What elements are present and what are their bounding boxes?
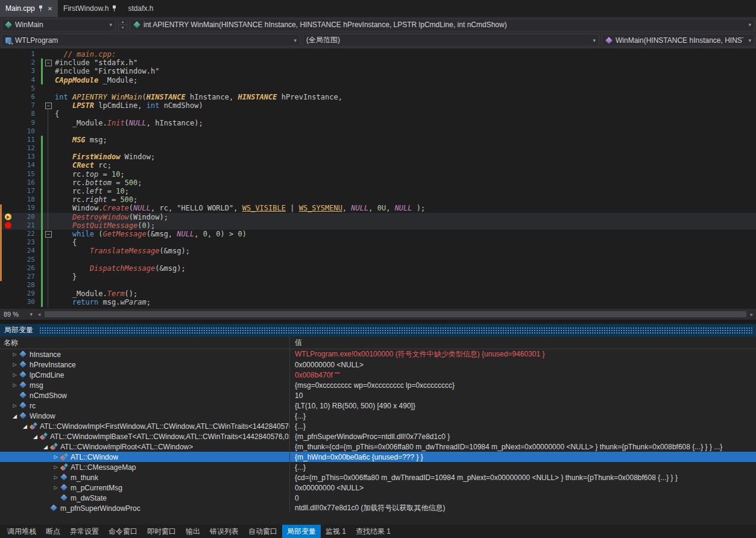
panel-tab[interactable]: 输出 xyxy=(181,525,205,538)
breakpoint-margin[interactable] xyxy=(0,144,17,153)
editor-tab[interactable]: stdafx.h xyxy=(122,0,159,17)
code-line[interactable]: 24 TranslateMessage(&msg); xyxy=(0,247,756,255)
expand-arrow[interactable]: ◢ xyxy=(21,423,29,429)
locals-title-bar[interactable]: 局部变量 xyxy=(0,324,756,337)
locals-row[interactable]: ▷hPrevInstance0x00000000 <NULL> xyxy=(0,359,756,370)
locals-row[interactable]: ▷m_thunk{cd={m_pThis=0x006ffa80 m_dwThre… xyxy=(0,472,756,483)
locals-row[interactable]: ▷msg{msg=0xcccccccc wp=0xcccccccc lp=0xc… xyxy=(0,380,756,390)
code-line[interactable]: 13 FirstWindow Window; xyxy=(0,153,756,161)
fold-margin[interactable] xyxy=(45,50,55,59)
expand-arrow[interactable]: ▷ xyxy=(11,352,19,357)
code-line[interactable]: 28 xyxy=(0,281,756,290)
fold-margin[interactable] xyxy=(45,195,55,204)
breakpoint-margin[interactable] xyxy=(0,93,17,101)
panel-splitter[interactable] xyxy=(0,320,756,324)
fold-margin[interactable] xyxy=(45,144,55,153)
breakpoint-active-icon[interactable] xyxy=(5,214,11,220)
locals-row[interactable]: ◢ATL::CWindowImpl<FirstWindow,ATL::CWind… xyxy=(0,421,756,431)
breakpoint-margin[interactable] xyxy=(0,119,17,127)
breakpoint-margin[interactable] xyxy=(0,204,17,212)
code-line[interactable]: 21 PostQuitMessage(0); xyxy=(0,221,756,230)
breakpoint-margin[interactable] xyxy=(0,187,17,195)
code-line[interactable]: 19 Window.Create(NULL, rc, "HELLO WORLD"… xyxy=(0,204,756,212)
code-line[interactable]: 14 CRect rc; xyxy=(0,161,756,169)
breakpoint-margin[interactable] xyxy=(0,221,17,230)
breakpoint-margin[interactable] xyxy=(0,230,17,238)
panel-tab[interactable]: 自动窗口 xyxy=(244,525,282,538)
code-line[interactable]: 22− while (GetMessage(&msg, NULL, 0, 0) … xyxy=(0,230,756,238)
code-line[interactable]: 26 DispatchMessage(&msg); xyxy=(0,264,756,273)
fold-margin[interactable] xyxy=(45,273,55,281)
breakpoint-margin[interactable] xyxy=(0,50,17,59)
fold-margin[interactable] xyxy=(45,127,55,136)
panel-tab[interactable]: 局部变量 xyxy=(282,525,321,538)
breakpoint-margin[interactable] xyxy=(0,127,17,136)
code-line[interactable]: 6int APIENTRY WinMain(HINSTANCE hInstanc… xyxy=(0,93,756,101)
locals-row[interactable]: ◢ATL::CWindowImplRoot<ATL::CWindow>{m_th… xyxy=(0,441,756,452)
locals-row[interactable]: ◢Window{...} xyxy=(0,411,756,421)
fold-collapse-icon[interactable]: − xyxy=(45,231,52,238)
column-header-value[interactable]: 值 xyxy=(289,337,756,349)
breakpoint-margin[interactable] xyxy=(0,161,17,169)
code-line[interactable]: 27 } xyxy=(0,273,756,281)
locals-row[interactable]: ▷hInstanceWTLProgram.exe!0x00100000 (符号文… xyxy=(0,349,756,359)
panel-tab[interactable]: 查找结果 1 xyxy=(351,525,395,538)
code-line[interactable]: 2−#include "stdafx.h" xyxy=(0,59,756,67)
fold-margin[interactable] xyxy=(45,161,55,169)
code-editor[interactable]: 1 // main.cpp:2−#include "stdafx.h"3#inc… xyxy=(0,48,756,309)
expand-arrow[interactable]: ▷ xyxy=(52,485,60,490)
code-line[interactable]: 1 // main.cpp: xyxy=(0,50,756,59)
locals-row[interactable]: ▷lpCmdLine0x008b470f "" xyxy=(0,370,756,380)
fold-margin[interactable] xyxy=(45,67,55,75)
fold-margin[interactable]: − xyxy=(45,230,55,238)
breakpoint-margin[interactable] xyxy=(0,238,17,247)
locals-row[interactable]: ▷ATL::CWindow{m_hWnd=0x00be0a6c {unused=… xyxy=(0,452,756,462)
expand-arrow[interactable]: ▷ xyxy=(52,475,60,480)
breakpoint-margin[interactable] xyxy=(0,179,17,187)
code-line[interactable]: 25 xyxy=(0,256,756,264)
fold-margin[interactable] xyxy=(45,204,55,212)
locals-row[interactable]: ◢ATL::CWindowImplBaseT<ATL::CWindow,ATL:… xyxy=(0,431,756,441)
breakpoint-margin[interactable] xyxy=(0,110,17,118)
code-line[interactable]: 12 xyxy=(0,144,756,153)
fold-margin[interactable]: − xyxy=(45,101,55,110)
fold-collapse-icon[interactable]: − xyxy=(45,103,52,109)
scroll-left-button[interactable]: ◂ xyxy=(35,311,43,317)
locals-row[interactable]: ▷rc{LT(10, 10) RB(500, 500) [490 x 490]} xyxy=(0,400,756,411)
locals-row[interactable]: ▷m_pCurrentMsg0x00000000 <NULL> xyxy=(0,483,756,493)
code-line[interactable]: 8{ xyxy=(0,110,756,118)
locals-row[interactable]: m_pfnSuperWindowProcntdll.dll!0x77e8d1c0… xyxy=(0,503,756,513)
code-line[interactable]: 29 _Module.Term(); xyxy=(0,290,756,298)
spin-down-button[interactable]: ▼ xyxy=(118,25,127,31)
code-line[interactable]: 7− LPSTR lpCmdLine, int nCmdShow) xyxy=(0,101,756,110)
code-line[interactable]: 20 DestroyWindow(Window); xyxy=(0,213,756,221)
scrollbar-thumb[interactable] xyxy=(45,311,746,317)
zoom-selector[interactable]: 89 % ▾ xyxy=(1,309,35,319)
member-dropdown[interactable]: WinMain(HINSTANCE hInstance, HINSTA ▾ xyxy=(602,34,755,46)
expand-arrow[interactable]: ▷ xyxy=(11,372,19,378)
expand-arrow[interactable]: ◢ xyxy=(42,444,49,450)
fold-margin[interactable] xyxy=(45,136,55,144)
breakpoint-margin[interactable] xyxy=(0,67,17,75)
locals-row[interactable]: nCmdShow10 xyxy=(0,390,756,400)
breakpoint-margin[interactable] xyxy=(0,298,17,306)
code-line[interactable]: 4CAppModule _Module; xyxy=(0,76,756,84)
breakpoint-margin[interactable] xyxy=(0,273,17,281)
breakpoint-margin[interactable] xyxy=(0,213,17,221)
editor-tab[interactable]: Main.cpp✕ xyxy=(0,0,58,17)
breakpoint-margin[interactable] xyxy=(0,101,17,110)
code-line[interactable]: 11 MSG msg; xyxy=(0,136,756,144)
spin-up-button[interactable]: ▲ xyxy=(118,19,127,25)
fold-margin[interactable] xyxy=(45,238,55,247)
fold-margin[interactable]: − xyxy=(45,59,55,67)
panel-tab[interactable]: 错误列表 xyxy=(205,525,244,538)
breakpoint-margin[interactable] xyxy=(0,136,17,144)
code-line[interactable]: 9 _Module.Init(NULL, hInstance); xyxy=(0,119,756,127)
panel-tab[interactable]: 监视 1 xyxy=(321,525,351,538)
panel-tab[interactable]: 即时窗口 xyxy=(142,525,181,538)
breakpoint-margin[interactable] xyxy=(0,153,17,161)
fold-margin[interactable] xyxy=(45,179,55,187)
fold-margin[interactable] xyxy=(45,247,55,255)
fold-margin[interactable] xyxy=(45,213,55,221)
code-line[interactable]: 16 rc.bottom = 500; xyxy=(0,179,756,187)
